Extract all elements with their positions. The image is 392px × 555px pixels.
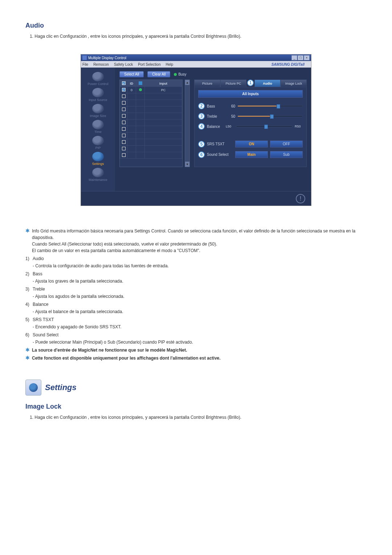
minimize-button[interactable]: _: [291, 55, 297, 60]
srs-row: 5 SRS TSXT ON OFF: [198, 141, 303, 147]
settings-title: Settings: [45, 383, 77, 392]
treble-label: Treble: [207, 114, 224, 118]
table-row[interactable]: [120, 133, 182, 139]
table-row[interactable]: [120, 100, 182, 106]
close-button[interactable]: ×: [304, 55, 310, 60]
image-size-icon: [92, 104, 104, 113]
sound-select-label: Sound Select: [207, 153, 233, 157]
note-text: El cambio de un valor en esta pantalla c…: [32, 247, 367, 254]
col-id: ID: [127, 80, 136, 87]
sound-select-row: 6 Sound Select Main Sub: [198, 151, 303, 158]
col-input: Input: [145, 80, 182, 87]
all-inputs-badge: All Inputs: [198, 90, 303, 98]
main-pane: Select All Clear All Busy ✓ ID Input: [115, 68, 311, 191]
menu-safety-lock[interactable]: Safety Lock: [114, 62, 133, 66]
app-window: Multiple Display Control _ □ × File Remo…: [81, 54, 311, 206]
pip-icon: [92, 136, 104, 145]
sidebar: Power Control Input Source Image Size Ti…: [81, 68, 115, 191]
table-row[interactable]: [120, 152, 182, 159]
maintenance-icon: [92, 168, 104, 177]
tab-audio[interactable]: Audio: [254, 80, 281, 87]
bass-value: 60: [226, 104, 235, 108]
table-row[interactable]: [120, 126, 182, 133]
select-all-button[interactable]: Select All: [119, 71, 144, 77]
image-lock-step: 1. Haga clic en Configuración , entre lo…: [30, 414, 367, 421]
input-icon: [92, 88, 104, 97]
menubar: File Remocon Safety Lock Port Selection …: [81, 61, 311, 68]
star-icon: ✱: [25, 228, 30, 254]
tab-picture-pc[interactable]: Picture PC: [220, 80, 246, 87]
audio-heading: Audio: [25, 22, 367, 29]
menu-port-selection[interactable]: Port Selection: [138, 62, 160, 66]
note-bold: La source d'entrée de MagicNet ne foncti…: [32, 347, 187, 353]
note-text: Cuando Select All (Seleccionar todo) est…: [32, 241, 367, 247]
row-checkbox[interactable]: ✓: [122, 88, 126, 92]
col-checkbox[interactable]: ✓: [120, 80, 127, 87]
treble-value: 50: [226, 114, 235, 118]
settings-section-icon: [25, 380, 41, 396]
busy-dot-icon: [174, 73, 177, 76]
titlebar: Multiple Display Control _ □ ×: [81, 54, 311, 61]
sound-sub-button[interactable]: Sub: [270, 151, 303, 158]
power-icon: [92, 72, 104, 81]
table-row[interactable]: [120, 113, 182, 119]
maximize-button[interactable]: □: [298, 55, 303, 60]
srs-label: SRS TSXT: [207, 142, 233, 146]
balance-right: R50: [295, 125, 303, 128]
sidebar-item-time[interactable]: Time: [82, 119, 114, 134]
audio-step: 1. Haga clic en Configuración , entre lo…: [30, 33, 367, 40]
clear-all-button[interactable]: Clear All: [147, 71, 170, 77]
sidebar-item-image-size[interactable]: Image Size: [82, 103, 114, 118]
bass-slider[interactable]: [237, 105, 303, 107]
bass-label: Bass: [207, 104, 224, 108]
scroll-up-icon[interactable]: ▲: [185, 80, 189, 85]
brand-label: SAMSUNG DIGITall: [271, 62, 305, 66]
sidebar-item-power[interactable]: Power Control: [82, 71, 114, 86]
window-title: Multiple Display Control: [88, 56, 126, 60]
table-row[interactable]: [120, 146, 182, 152]
callout-2: 2: [198, 103, 205, 109]
table-row[interactable]: [120, 106, 182, 113]
star-icon: ✱: [25, 347, 30, 353]
table-row[interactable]: [120, 119, 182, 126]
table-row[interactable]: [120, 93, 182, 100]
callout-6: 6: [198, 151, 205, 158]
col-status: [136, 80, 145, 87]
balance-row: 4 Balance L50 R50: [198, 123, 303, 130]
app-footer: !: [81, 191, 311, 206]
menu-remocon[interactable]: Remocon: [93, 62, 109, 66]
image-lock-heading: Image Lock: [25, 403, 367, 410]
menu-help[interactable]: Help: [166, 62, 173, 66]
srs-on-button[interactable]: ON: [235, 141, 268, 147]
status-dot-icon: [139, 88, 142, 91]
callout-5: 5: [198, 141, 205, 147]
sidebar-item-input[interactable]: Input Source: [82, 87, 114, 102]
sidebar-item-maintenance[interactable]: Maintenance: [82, 167, 114, 182]
balance-left: L50: [226, 125, 234, 128]
sidebar-item-settings[interactable]: Settings: [82, 151, 114, 166]
app-icon: [82, 56, 87, 60]
menu-file[interactable]: File: [82, 62, 88, 66]
sidebar-item-pip[interactable]: PIP: [82, 135, 114, 150]
settings-icon: [92, 152, 104, 161]
tabs: Picture Picture PC 1 Audio Image Lock: [194, 80, 307, 87]
help-icon[interactable]: !: [296, 194, 305, 203]
callout-3: 3: [198, 113, 205, 119]
sound-main-button[interactable]: Main: [235, 151, 268, 158]
note-text: Info Grid muestra información básica nec…: [32, 228, 367, 241]
info-grid: ✓ ID Input ✓ 0 PC: [119, 80, 183, 167]
bass-row: 2 Bass 60: [198, 103, 303, 109]
time-icon: [92, 120, 104, 129]
tab-picture[interactable]: Picture: [194, 80, 220, 87]
tab-image-lock[interactable]: Image Lock: [281, 80, 307, 87]
settings-header: Settings: [25, 380, 367, 396]
table-row[interactable]: ✓ 0 PC: [120, 87, 182, 93]
treble-row: 3 Treble 50: [198, 113, 303, 119]
table-row[interactable]: [120, 139, 182, 146]
scroll-down-icon[interactable]: ▼: [185, 162, 189, 167]
scrollbar[interactable]: ▲ ▼: [185, 80, 190, 167]
srs-off-button[interactable]: OFF: [270, 141, 303, 147]
busy-indicator: Busy: [174, 72, 186, 76]
balance-slider[interactable]: [236, 126, 293, 127]
treble-slider[interactable]: [237, 116, 303, 117]
